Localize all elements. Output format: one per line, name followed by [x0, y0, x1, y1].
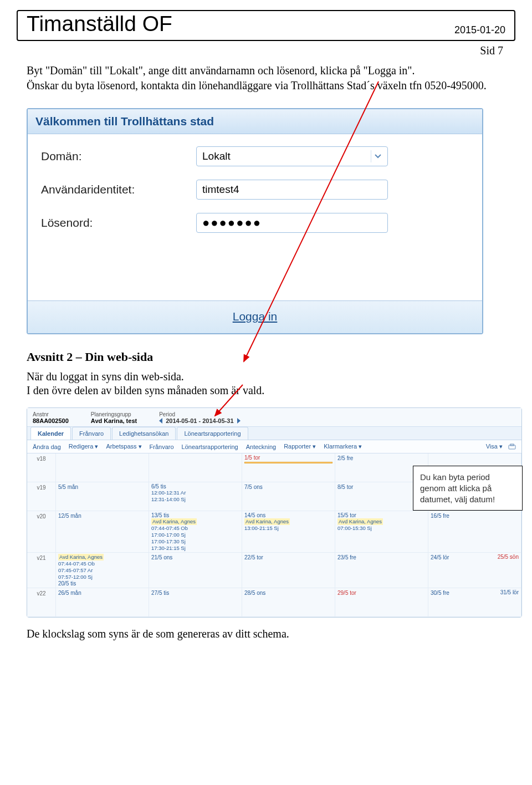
datecell[interactable]: 6/5 tis 12:00-12:31 Ar 12:31-14:00 Sj: [149, 482, 242, 511]
datecell[interactable]: 30/5 fre 31/5 lör: [428, 588, 521, 617]
datecell[interactable]: 21/5 ons: [149, 553, 242, 588]
toolbar-loneart[interactable]: Löneartsrapportering: [182, 443, 238, 450]
toolbar-visa[interactable]: Visa ▾: [486, 443, 503, 450]
login-button[interactable]: Logga in: [233, 310, 278, 323]
toolbar-franvaro[interactable]: Frånvaro: [150, 443, 174, 450]
grp-val: Avd Karina, test: [91, 417, 137, 424]
intro-p2: Önskar du byta lösenord, kontakta din lö…: [27, 79, 505, 93]
toolbar-arbetspass[interactable]: Arbetspass ▾: [106, 443, 141, 450]
domain-value: Lokalt: [202, 150, 231, 162]
user-label: Användaridentitet:: [41, 183, 196, 196]
week-label: v20: [27, 511, 56, 553]
page-header: Timanställd OF 2015-01-20: [17, 10, 515, 41]
week-label: v21: [27, 553, 56, 588]
period-selector[interactable]: 2014-05-01 - 2014-05-31: [159, 417, 240, 424]
datecell[interactable]: 7/5 ons: [242, 482, 335, 511]
calendar-toolbar: Ändra dag Redigera ▾ Arbetspass ▾ Frånva…: [27, 440, 521, 453]
doc-title: Timanställd OF: [27, 12, 172, 36]
user-input[interactable]: timtest4: [196, 180, 388, 200]
intro-p1: Byt "Domän" till "Lokalt", ange ditt anv…: [27, 64, 505, 78]
section2-p2: I den övre delen av bilden syns månaden …: [27, 384, 505, 397]
callout-box: Du kan byta period genom att klicka på d…: [413, 466, 523, 511]
footer-note: De klockslag som syns är de som generera…: [27, 628, 505, 640]
calendar-tabs: Kalender Frånvaro Ledighetsansökan Lönea…: [27, 427, 521, 440]
highlight-bar: [244, 462, 332, 463]
week-label: v18: [27, 453, 56, 482]
pass-label: Lösenord:: [41, 216, 196, 230]
datecell[interactable]: 22/5 tor: [242, 553, 335, 588]
datecell[interactable]: 29/5 tor: [335, 588, 428, 617]
datecell[interactable]: 27/5 tis: [149, 588, 242, 617]
datecell[interactable]: 23/5 fre: [335, 553, 428, 588]
toolbar-redigera[interactable]: Redigera ▾: [69, 443, 99, 450]
domain-label: Domän:: [41, 150, 196, 163]
datecell[interactable]: 12/5 mån: [56, 511, 149, 553]
grp-lbl: Planeringsgrupp: [91, 411, 137, 417]
datecell[interactable]: Avd Karina, Agnes 07:44-07:45 Ob 07:45-0…: [56, 553, 149, 588]
week-label: v22: [27, 588, 56, 617]
toolbar-andra[interactable]: Ändra dag: [33, 443, 61, 450]
datecell[interactable]: [56, 453, 149, 482]
chevron-down-icon[interactable]: [371, 150, 384, 162]
period-val: 2014-05-01 - 2014-05-31: [166, 417, 233, 424]
login-panel: Välkommen till Trollhättans stad Domän: …: [27, 108, 483, 334]
pass-input[interactable]: ●●●●●●●: [196, 213, 388, 233]
datecell[interactable]: 28/5 ons: [242, 588, 335, 617]
prev-period-icon[interactable]: [159, 418, 162, 424]
anstnr-lbl: Anstnr: [33, 411, 69, 417]
anstnr-val: 88AA002500: [33, 417, 69, 424]
datecell[interactable]: 5/5 mån: [56, 482, 149, 511]
datecell[interactable]: [149, 453, 242, 482]
tab-kalender[interactable]: Kalender: [30, 427, 71, 440]
calendar-panel: Anstnr 88AA002500 Planeringsgrupp Avd Ka…: [27, 407, 522, 618]
next-period-icon[interactable]: [237, 418, 241, 424]
page-sid: Sid 7: [17, 44, 503, 57]
section2-p1: När du loggat in syns din web-sida.: [27, 370, 505, 384]
toolbar-rapporter[interactable]: Rapporter ▾: [284, 443, 316, 450]
tab-loneart[interactable]: Löneartsrapportering: [177, 427, 248, 440]
datecell[interactable]: 24/5 lör 25/5 sön: [428, 553, 521, 588]
week-label: v19: [27, 482, 56, 511]
toolbar-klarmarkera[interactable]: Klarmarkera ▾: [324, 443, 362, 450]
datecell[interactable]: 1/5 tor: [242, 453, 335, 482]
period-lbl: Period: [159, 411, 240, 417]
section2-title: Avsnitt 2 – Din web-sida: [27, 350, 505, 364]
print-icon[interactable]: [508, 444, 516, 450]
tab-ledighet[interactable]: Ledighetsansökan: [112, 427, 176, 440]
pass-value: ●●●●●●●: [202, 216, 262, 230]
tab-franvaro[interactable]: Frånvaro: [72, 427, 111, 440]
login-welcome: Välkommen till Trollhättans stad: [28, 109, 482, 134]
datecell[interactable]: 15/5 tor Avd Karina, Agnes 07:00-15:30 S…: [335, 511, 428, 553]
datecell[interactable]: 16/5 fre: [428, 511, 521, 553]
calendar-top: Anstnr 88AA002500 Planeringsgrupp Avd Ka…: [27, 408, 521, 427]
user-value: timtest4: [202, 183, 239, 196]
doc-date: 2015-01-20: [454, 24, 505, 36]
datecell[interactable]: 14/5 ons Avd Karina, Agnes 13:00-21:15 S…: [242, 511, 335, 553]
datecell[interactable]: 26/5 mån: [56, 588, 149, 617]
toolbar-anteckning[interactable]: Anteckning: [246, 443, 276, 450]
domain-combobox[interactable]: Lokalt: [196, 146, 388, 166]
datecell[interactable]: 13/5 tis Avd Karina, Agnes 07:44-07:45 O…: [149, 511, 242, 553]
